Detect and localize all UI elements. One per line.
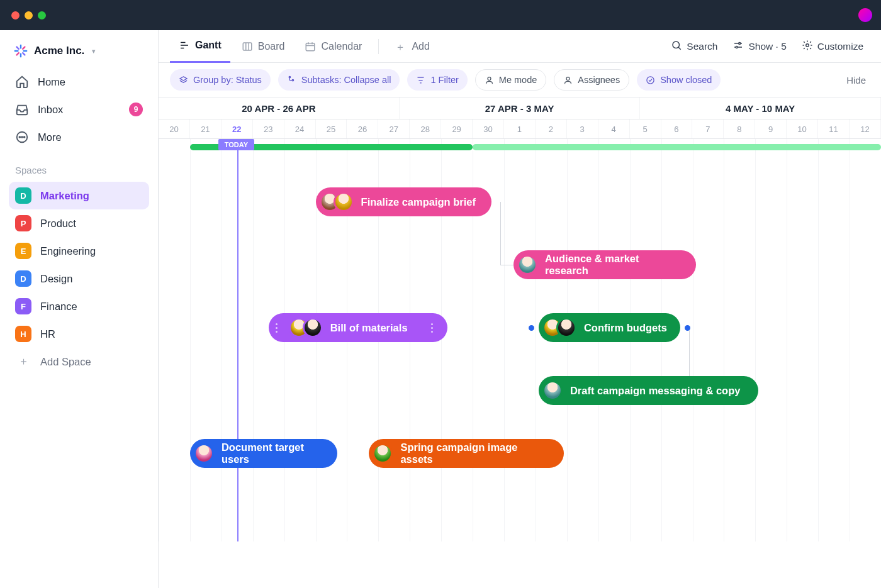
nav-more[interactable]: More — [9, 123, 149, 151]
avatar — [373, 443, 393, 463]
show-columns-button[interactable]: Show · 5 — [726, 30, 792, 63]
space-item-finance[interactable]: FFinance — [9, 292, 149, 320]
space-item-marketing[interactable]: DMarketing — [9, 182, 149, 209]
day-header: 3 — [567, 119, 598, 138]
space-color-icon: D — [15, 187, 31, 204]
space-color-icon: H — [15, 326, 31, 342]
day-header: 28 — [410, 119, 441, 138]
day-header: 10 — [787, 119, 818, 138]
pill-label: 1 Filter — [430, 75, 458, 85]
task-label: Confirm budgets — [584, 322, 667, 334]
pill-label: Subtasks: Collapse all — [301, 75, 391, 85]
hide-filters-button[interactable]: Hide — [843, 75, 870, 86]
layers-icon — [179, 75, 188, 85]
chevron-down-icon: ▾ — [92, 47, 96, 55]
subtasks-pill[interactable]: Subtasks: Collapse all — [278, 69, 400, 91]
tab-label: Board — [258, 41, 285, 52]
svg-point-13 — [566, 77, 570, 80]
task-label: Document target users — [222, 441, 327, 465]
task-bar[interactable]: Audience & market research — [513, 250, 695, 279]
day-header: 22 — [222, 119, 253, 138]
nav-inbox[interactable]: Inbox 9 — [9, 96, 149, 123]
space-color-icon: F — [15, 298, 31, 314]
calendar-icon — [305, 41, 316, 52]
gantt-canvas[interactable]: TODAYFinalize campaign briefAudience & m… — [159, 139, 881, 541]
task-bar[interactable]: Draft campaign messaging & copy — [539, 376, 758, 405]
pill-label: Group by: Status — [193, 75, 262, 85]
drag-handle-icon[interactable] — [427, 323, 436, 333]
view-tab-gantt[interactable]: Gantt — [170, 30, 230, 63]
view-tab-board[interactable]: Board — [233, 30, 294, 63]
space-label: HR — [40, 328, 55, 340]
board-icon — [242, 41, 253, 52]
task-bar[interactable]: Document target users — [190, 439, 338, 468]
day-header: 12 — [850, 119, 881, 138]
svg-point-2 — [21, 136, 23, 138]
drag-handle-icon[interactable] — [272, 323, 281, 333]
show-closed-pill[interactable]: Show closed — [637, 69, 721, 91]
day-header: 25 — [316, 119, 347, 138]
task-bar[interactable]: Confirm budgets — [539, 313, 680, 342]
avatar — [517, 255, 537, 275]
day-header: 9 — [755, 119, 787, 138]
more-icon — [15, 130, 29, 144]
workspace-switcher[interactable]: Acme Inc. ▾ — [9, 38, 149, 68]
avatar — [556, 318, 576, 338]
nav-label: Inbox — [38, 104, 63, 116]
divider — [378, 39, 379, 54]
view-tab-calendar[interactable]: Calendar — [296, 30, 371, 63]
nav-home[interactable]: Home — [9, 68, 149, 96]
close-window-icon[interactable] — [11, 11, 20, 19]
traffic-lights — [11, 11, 46, 19]
me-mode-pill[interactable]: Me mode — [475, 69, 546, 91]
current-user-avatar[interactable] — [858, 8, 872, 22]
space-label: Product — [40, 218, 76, 230]
svg-point-7 — [739, 42, 741, 44]
group-by-pill[interactable]: Group by: Status — [170, 69, 271, 91]
window-titlebar — [0, 0, 881, 30]
gantt-icon — [179, 40, 190, 51]
search-button[interactable]: Search — [665, 30, 724, 63]
day-header: 20 — [159, 119, 190, 138]
person-icon — [563, 75, 573, 85]
day-header: 30 — [473, 119, 504, 138]
gantt-chart: 20 APR - 26 APR27 APR - 3 MAY4 MAY - 10 … — [159, 97, 881, 588]
day-header: 5 — [630, 119, 661, 138]
svg-point-3 — [24, 136, 25, 138]
assignee-avatars — [517, 255, 537, 275]
task-bar[interactable]: Finalize campaign brief — [316, 187, 492, 216]
task-bar[interactable]: Spring campaign image assets — [369, 439, 563, 468]
svg-point-1 — [19, 136, 20, 138]
avatar — [542, 380, 563, 401]
space-item-hr[interactable]: HHR — [9, 320, 149, 348]
pill-label: Show closed — [660, 75, 712, 85]
tab-label: Calendar — [321, 41, 362, 52]
day-header: 2 — [536, 119, 567, 138]
task-label: Spring campaign image assets — [400, 441, 552, 465]
tab-label: Add — [412, 41, 429, 52]
svg-point-6 — [673, 42, 680, 48]
svg-point-11 — [292, 79, 294, 81]
svg-point-12 — [488, 77, 491, 80]
minimize-window-icon[interactable] — [25, 11, 33, 19]
space-item-design[interactable]: DDesign — [9, 265, 149, 292]
add-view-button[interactable]: ＋ Add — [386, 30, 438, 63]
day-header: 23 — [253, 119, 284, 138]
task-bar[interactable]: Bill of materials — [269, 313, 448, 342]
assignee-avatars — [194, 443, 214, 463]
person-icon — [485, 75, 494, 85]
space-item-product[interactable]: PProduct — [9, 209, 149, 237]
customize-button[interactable]: Customize — [795, 30, 870, 63]
svg-rect-5 — [306, 43, 315, 50]
day-header: 29 — [441, 119, 473, 138]
svg-point-14 — [647, 76, 654, 83]
space-label: Engineering — [40, 245, 96, 257]
day-header: 24 — [284, 119, 316, 138]
assignees-pill[interactable]: Assignees — [554, 69, 629, 91]
space-color-icon: E — [15, 243, 31, 259]
gear-icon — [802, 40, 813, 53]
add-space-button[interactable]: ＋ Add Space — [9, 348, 149, 375]
filter-pill[interactable]: 1 Filter — [407, 69, 467, 91]
space-item-engineering[interactable]: EEngineering — [9, 237, 149, 265]
maximize-window-icon[interactable] — [38, 11, 46, 19]
